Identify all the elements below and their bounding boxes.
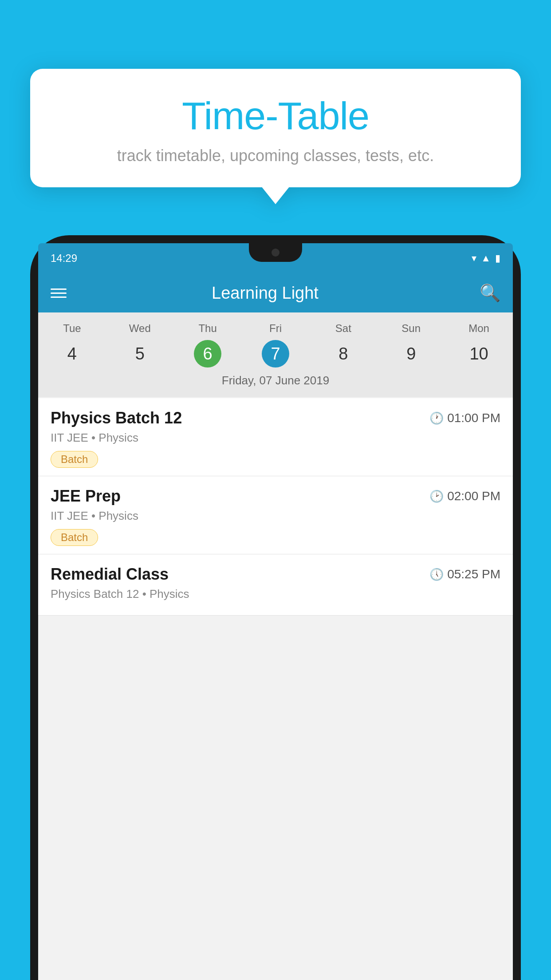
camera [272, 249, 279, 257]
day-header-sat: Sat [309, 320, 377, 337]
phone-screen: Learning Light 🔍 Tue Wed Thu Fri Sat Sun… [38, 273, 513, 980]
day-header-thu: Thu [174, 320, 242, 337]
day-header-tue: Tue [38, 320, 106, 337]
schedule-item-1-time: 🕐 01:00 PM [429, 411, 500, 425]
schedule-item-2-time-value: 02:00 PM [447, 489, 500, 503]
schedule-item-2-header: JEE Prep 🕑 02:00 PM [51, 487, 500, 506]
day-5[interactable]: 5 [106, 340, 174, 368]
schedule-item-2-time: 🕑 02:00 PM [429, 489, 500, 503]
schedule-item-1-tag: Batch [51, 451, 98, 468]
signal-icon: ▲ [481, 253, 491, 264]
schedule-item-2-title: JEE Prep [51, 487, 121, 506]
clock-icon-3: 🕔 [429, 568, 444, 581]
schedule-item-1-time-value: 01:00 PM [447, 411, 500, 425]
schedule-item-2[interactable]: JEE Prep 🕑 02:00 PM IIT JEE • Physics Ba… [38, 476, 513, 554]
day-7-selected[interactable]: 7 [262, 340, 289, 368]
day-6-today[interactable]: 6 [194, 340, 221, 368]
schedule-item-3-meta: Physics Batch 12 • Physics [51, 587, 500, 601]
day-headers: Tue Wed Thu Fri Sat Sun Mon [38, 320, 513, 337]
day-numbers: 4 5 6 7 8 9 10 [38, 337, 513, 370]
day-header-mon: Mon [445, 320, 513, 337]
wifi-icon: ▾ [472, 253, 476, 264]
phone-notch [249, 243, 302, 262]
schedule-item-2-meta: IIT JEE • Physics [51, 509, 500, 523]
schedule-item-3-time-value: 05:25 PM [447, 567, 500, 581]
schedule-list: Physics Batch 12 🕐 01:00 PM IIT JEE • Ph… [38, 398, 513, 616]
clock-icon-2: 🕑 [429, 490, 444, 503]
day-header-wed: Wed [106, 320, 174, 337]
tooltip-title: Time-Table [57, 93, 494, 138]
status-bar: 14:29 ▾ ▲ ▮ [38, 243, 513, 273]
schedule-item-3[interactable]: Remedial Class 🕔 05:25 PM Physics Batch … [38, 554, 513, 616]
tooltip-subtitle: track timetable, upcoming classes, tests… [57, 146, 494, 165]
status-time: 14:29 [51, 252, 77, 265]
schedule-item-1-header: Physics Batch 12 🕐 01:00 PM [51, 409, 500, 427]
schedule-item-2-tag: Batch [51, 529, 98, 546]
schedule-item-3-time: 🕔 05:25 PM [429, 567, 500, 581]
selected-date-label: Friday, 07 June 2019 [38, 370, 513, 394]
day-header-sun: Sun [377, 320, 445, 337]
clock-icon-1: 🕐 [429, 411, 444, 425]
day-8[interactable]: 8 [309, 340, 377, 368]
schedule-item-3-header: Remedial Class 🕔 05:25 PM [51, 565, 500, 584]
day-10[interactable]: 10 [445, 340, 513, 368]
schedule-item-1[interactable]: Physics Batch 12 🕐 01:00 PM IIT JEE • Ph… [38, 398, 513, 476]
status-icons: ▾ ▲ ▮ [472, 253, 500, 264]
tooltip-card: Time-Table track timetable, upcoming cla… [30, 69, 521, 187]
schedule-item-3-title: Remedial Class [51, 565, 169, 584]
battery-icon: ▮ [495, 253, 500, 264]
day-4[interactable]: 4 [38, 340, 106, 368]
day-header-fri: Fri [242, 320, 310, 337]
schedule-item-1-meta: IIT JEE • Physics [51, 431, 500, 445]
phone-frame: 14:29 ▾ ▲ ▮ Learning Light 🔍 Tue Wed Thu… [30, 235, 521, 980]
app-title: Learning Light [51, 284, 480, 303]
calendar-strip: Tue Wed Thu Fri Sat Sun Mon 4 5 6 7 8 9 … [38, 312, 513, 397]
app-bar: Learning Light 🔍 [38, 273, 513, 312]
search-button[interactable]: 🔍 [480, 283, 500, 303]
schedule-item-1-title: Physics Batch 12 [51, 409, 182, 427]
day-9[interactable]: 9 [377, 340, 445, 368]
